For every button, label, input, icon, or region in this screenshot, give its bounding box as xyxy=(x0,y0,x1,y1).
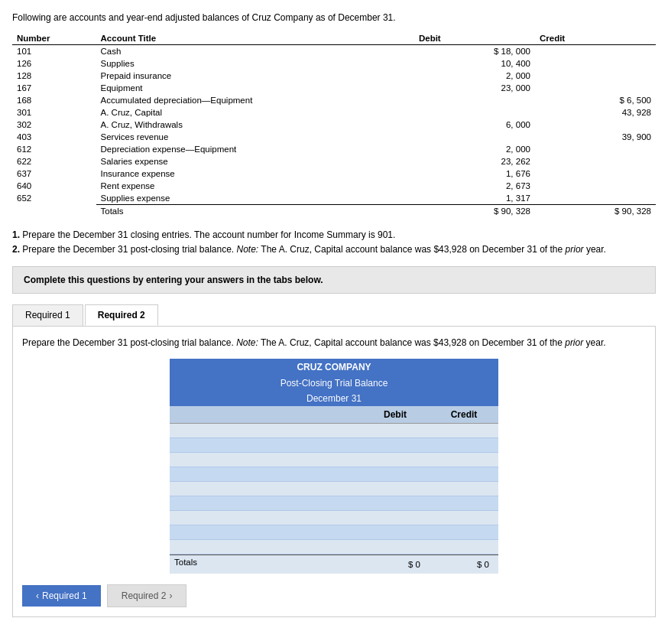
row-debit-cell xyxy=(361,438,430,452)
row-account-input[interactable] xyxy=(170,511,361,525)
row-debit-input[interactable] xyxy=(361,511,430,525)
table-row: 612 Depreciation expense—Equipment 2, 00… xyxy=(12,143,656,155)
row-credit-cell xyxy=(430,424,498,437)
table-row: 652 Supplies expense 1, 317 xyxy=(12,192,656,205)
row-account-input[interactable] xyxy=(170,424,361,437)
row-account-cell xyxy=(170,540,361,554)
col-title: Account Title xyxy=(96,32,414,45)
cruz-rows xyxy=(170,424,498,555)
col-debit-header: Debit xyxy=(361,406,430,423)
account-debit xyxy=(414,94,535,106)
row-account-input[interactable] xyxy=(170,525,361,539)
account-credit: $ 6, 500 xyxy=(535,94,656,106)
row-account-cell xyxy=(170,525,361,539)
table-row: 168 Accumulated depreciation—Equipment $… xyxy=(12,94,656,106)
totals-row: Totals xyxy=(170,555,498,574)
account-credit xyxy=(535,45,656,58)
account-debit: 2, 673 xyxy=(414,180,535,192)
row-credit-input[interactable] xyxy=(430,496,498,510)
row-credit-input[interactable] xyxy=(430,438,498,452)
account-title: Services revenue xyxy=(96,131,414,143)
row-credit-input[interactable] xyxy=(430,482,498,496)
totals-row: Totals$ 90, 328$ 90, 328 xyxy=(12,205,656,218)
account-title: A. Cruz, Withdrawals xyxy=(96,119,414,131)
account-credit xyxy=(535,180,656,192)
account-credit xyxy=(535,168,656,180)
btn-required1-label: Required 1 xyxy=(42,590,87,601)
account-title: Equipment xyxy=(96,82,414,94)
row-debit-input[interactable] xyxy=(361,453,430,467)
account-credit xyxy=(535,119,656,131)
btn-required2[interactable]: Required 2 › xyxy=(107,584,187,607)
row-debit-input[interactable] xyxy=(361,467,430,481)
account-debit: $ 18, 000 xyxy=(414,45,535,58)
tab-required2[interactable]: Required 2 xyxy=(85,304,158,326)
list-item xyxy=(170,482,498,496)
account-number: 622 xyxy=(12,155,96,168)
row-account-input[interactable] xyxy=(170,496,361,510)
row-account-cell xyxy=(170,424,361,437)
table-row: 101 Cash $ 18, 000 xyxy=(12,45,656,58)
list-item xyxy=(170,540,498,555)
list-item xyxy=(170,525,498,540)
account-debit: 1, 676 xyxy=(414,168,535,180)
totals-credit-input[interactable] xyxy=(434,558,494,571)
totals-debit-input[interactable] xyxy=(365,558,425,571)
account-number: 612 xyxy=(12,143,96,155)
btn-required1[interactable]: ‹ Required 1 xyxy=(22,585,101,607)
tab-content: Prepare the December 31 post-closing tri… xyxy=(12,326,656,617)
tab-description: Prepare the December 31 post-closing tri… xyxy=(22,336,646,350)
totals-debit: $ 90, 328 xyxy=(414,205,535,218)
account-debit: 1, 317 xyxy=(414,192,535,205)
row-credit-input[interactable] xyxy=(430,511,498,525)
row-credit-input[interactable] xyxy=(430,453,498,467)
report-date: December 31 xyxy=(170,391,498,406)
account-number: 403 xyxy=(12,131,96,143)
table-row: 637 Insurance expense 1, 676 xyxy=(12,168,656,180)
account-title: Rent expense xyxy=(96,180,414,192)
row-debit-cell xyxy=(361,424,430,437)
account-credit xyxy=(535,192,656,205)
col-debit: Debit xyxy=(414,32,535,45)
account-number: 301 xyxy=(12,106,96,119)
row-credit-input[interactable] xyxy=(430,424,498,437)
account-number: 302 xyxy=(12,119,96,131)
row-account-cell xyxy=(170,496,361,510)
row-credit-input[interactable] xyxy=(430,540,498,554)
row-account-input[interactable] xyxy=(170,540,361,554)
table-row: 128 Prepaid insurance 2, 000 xyxy=(12,70,656,82)
btn-required2-label: Required 2 xyxy=(122,590,167,601)
row-account-input[interactable] xyxy=(170,453,361,467)
row-debit-input[interactable] xyxy=(361,525,430,539)
totals-empty xyxy=(12,205,96,218)
row-credit-cell xyxy=(430,453,498,467)
col-headers: Debit Credit xyxy=(170,406,498,424)
row-account-input[interactable] xyxy=(170,467,361,481)
row-account-cell xyxy=(170,467,361,481)
row-debit-input[interactable] xyxy=(361,424,430,437)
row-account-input[interactable] xyxy=(170,482,361,496)
account-debit: 6, 000 xyxy=(414,119,535,131)
col-number: Number xyxy=(12,32,96,45)
account-debit xyxy=(414,131,535,143)
account-debit xyxy=(414,106,535,119)
table-row: 167 Equipment 23, 000 xyxy=(12,82,656,94)
row-debit-input[interactable] xyxy=(361,540,430,554)
account-credit xyxy=(535,155,656,168)
row-debit-input[interactable] xyxy=(361,496,430,510)
row-credit-input[interactable] xyxy=(430,467,498,481)
list-item xyxy=(170,511,498,525)
row-account-input[interactable] xyxy=(170,438,361,452)
table-row: 622 Salaries expense 23, 262 xyxy=(12,155,656,168)
tab-required1[interactable]: Required 1 xyxy=(12,304,83,326)
row-debit-input[interactable] xyxy=(361,438,430,452)
account-credit: 43, 928 xyxy=(535,106,656,119)
row-debit-cell xyxy=(361,467,430,481)
row-debit-cell xyxy=(361,511,430,525)
col-credit: Credit xyxy=(535,32,656,45)
row-debit-input[interactable] xyxy=(361,482,430,496)
account-title: Prepaid insurance xyxy=(96,70,414,82)
row-credit-input[interactable] xyxy=(430,525,498,539)
table-row: 302 A. Cruz, Withdrawals 6, 000 xyxy=(12,119,656,131)
accounts-table: Number Account Title Debit Credit 101 Ca… xyxy=(12,32,656,217)
